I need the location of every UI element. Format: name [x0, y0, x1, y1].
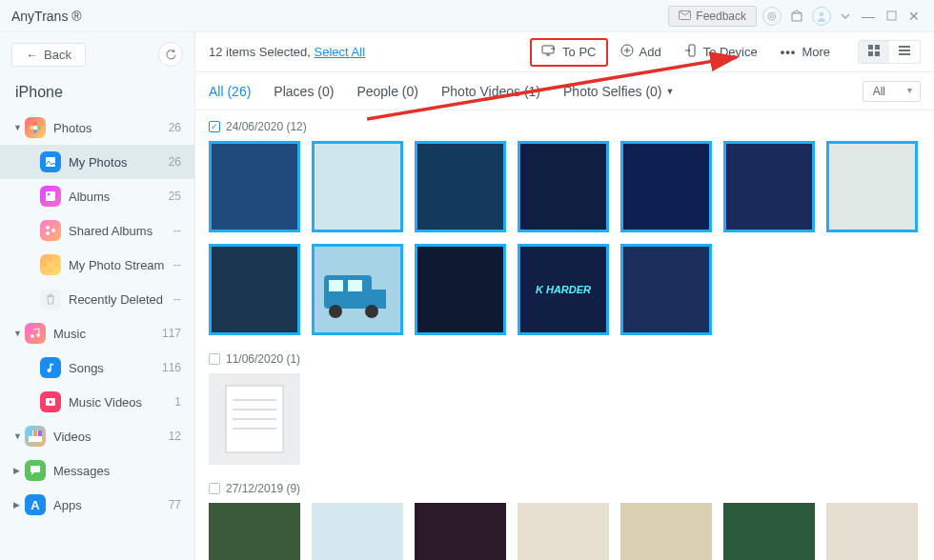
photo-thumbnail[interactable]	[620, 244, 712, 335]
svg-point-6	[33, 130, 37, 133]
sidebar-item-label: Recently Deleted	[69, 292, 163, 307]
photo-thumbnail[interactable]	[209, 503, 300, 560]
list-view-icon[interactable]	[889, 41, 920, 63]
tab-0[interactable]: All (26)	[209, 84, 251, 99]
sidebar-item-videos[interactable]: ▼Videos12	[0, 419, 194, 453]
mv-icon	[40, 391, 61, 412]
chevron-down-icon[interactable]	[837, 8, 854, 25]
caret-icon: ▼	[13, 123, 25, 132]
filter-select[interactable]: All	[863, 81, 921, 102]
tab-1[interactable]: Places (0)	[274, 84, 334, 99]
photo-thumbnail[interactable]	[415, 141, 506, 232]
checkbox[interactable]: ✓	[209, 121, 220, 132]
sidebar-item-music[interactable]: ▼Music117	[0, 316, 194, 350]
sidebar-item-label: Apps	[53, 498, 82, 512]
group-date: 24/06/2020 (12)	[226, 120, 307, 133]
view-toggle[interactable]	[858, 40, 921, 64]
flower-icon	[25, 117, 46, 138]
photo-thumbnail[interactable]	[209, 141, 300, 232]
photo-thumbnail[interactable]	[415, 503, 506, 560]
back-button[interactable]: ← Back	[11, 43, 86, 67]
photo-thumbnail[interactable]	[312, 503, 403, 560]
svg-rect-9	[46, 191, 55, 201]
sidebar-item-songs[interactable]: Songs116	[0, 350, 194, 385]
add-button[interactable]: Add	[610, 38, 672, 66]
tab-4[interactable]: Photo Selfies (0) ▼	[563, 84, 674, 99]
to-pc-icon	[541, 45, 557, 60]
maximize-button[interactable]	[883, 8, 900, 25]
svg-rect-32	[868, 51, 873, 56]
photo-thumbnail[interactable]	[723, 503, 815, 560]
photo-thumbnail[interactable]	[620, 141, 712, 232]
sidebar-item-label: Music Videos	[69, 395, 142, 410]
photo-grid-scroll[interactable]: ✓24/06/2020 (12)K HARDER11/06/2020 (1)27…	[195, 110, 934, 560]
close-button[interactable]: ✕	[905, 8, 923, 25]
to-pc-button[interactable]: To PC	[530, 38, 607, 67]
photo-thumbnail[interactable]	[826, 503, 918, 560]
sidebar-item-messages[interactable]: ▶Messages	[0, 453, 194, 488]
sidebar-item-count: 77	[169, 498, 181, 511]
thumbnail-grid	[195, 501, 934, 560]
sidebar-item-my-photo-stream[interactable]: My Photo Stream--	[0, 248, 194, 282]
sidebar-item-apps[interactable]: ▶AApps77	[0, 488, 194, 522]
sidebar-item-count: 117	[162, 327, 181, 340]
minimize-button[interactable]: —	[860, 8, 877, 25]
photo-thumbnail[interactable]	[826, 141, 918, 232]
checkbox[interactable]	[209, 483, 220, 494]
caret-icon: ▼	[13, 329, 25, 338]
more-button[interactable]: ••• More	[770, 39, 841, 65]
sidebar-item-label: Messages	[53, 464, 110, 478]
feedback-button[interactable]: Feedback	[668, 6, 757, 27]
sidebar-item-label: My Photos	[69, 155, 127, 170]
group-header[interactable]: ✓24/06/2020 (12)	[195, 110, 934, 139]
sidebar-item-count: --	[173, 292, 181, 306]
sidebar-item-recently-deleted[interactable]: Recently Deleted--	[0, 282, 194, 316]
svg-point-3	[33, 126, 38, 130]
photo-thumbnail[interactable]	[312, 244, 403, 335]
photo-thumbnail[interactable]	[518, 141, 609, 232]
sidebar-item-shared-albums[interactable]: Shared Albums--	[0, 213, 194, 248]
svg-point-7	[30, 126, 33, 130]
checkbox[interactable]	[209, 353, 220, 365]
music-icon	[25, 323, 46, 344]
photo-thumbnail[interactable]	[209, 244, 300, 335]
tab-2[interactable]: People (0)	[356, 84, 418, 99]
refresh-button[interactable]	[158, 42, 183, 67]
caret-icon: ▶	[13, 466, 25, 475]
svg-rect-8	[46, 157, 55, 167]
sidebar-item-music-videos[interactable]: Music Videos1	[0, 385, 194, 419]
sidebar-item-count: 116	[162, 361, 181, 374]
apps-icon: A	[25, 494, 46, 515]
to-device-button[interactable]: To Device	[674, 38, 768, 66]
content: 12 items Selected, Select All To PC Add …	[195, 32, 934, 560]
sidebar-item-photos[interactable]: ▼Photos26	[0, 110, 194, 145]
feedback-label: Feedback	[696, 10, 746, 23]
photo-thumbnail[interactable]	[312, 141, 403, 232]
svg-rect-30	[868, 45, 873, 50]
sidebar-item-count: 25	[169, 190, 181, 203]
photo-thumbnail[interactable]	[723, 141, 815, 232]
photo-thumbnail[interactable]	[620, 503, 712, 560]
photo-thumbnail[interactable]	[209, 373, 300, 465]
sidebar-item-count: 12	[169, 430, 181, 443]
grid-view-icon[interactable]	[859, 41, 889, 63]
sun-icon	[40, 254, 61, 275]
album-icon	[40, 186, 61, 207]
help-icon[interactable]: ◎	[762, 7, 782, 26]
svg-rect-33	[875, 51, 880, 56]
dots-icon: •••	[781, 45, 797, 59]
svg-point-1	[820, 11, 824, 16]
gift-icon[interactable]	[787, 7, 806, 26]
user-icon[interactable]	[812, 7, 831, 26]
photo-thumbnail[interactable]: K HARDER	[518, 244, 609, 335]
sidebar-item-label: Albums	[69, 190, 110, 204]
sidebar-item-albums[interactable]: Albums25	[0, 179, 194, 213]
thumbnail-grid	[195, 371, 934, 472]
group-header[interactable]: 27/12/2019 (9)	[195, 472, 934, 501]
photo-thumbnail[interactable]	[415, 244, 506, 335]
select-all-link[interactable]: Select All	[315, 45, 365, 59]
sidebar-item-my-photos[interactable]: My Photos26	[0, 145, 194, 179]
tab-3[interactable]: Photo Videos (1)	[441, 84, 540, 99]
photo-thumbnail[interactable]	[518, 503, 609, 560]
group-header[interactable]: 11/06/2020 (1)	[195, 343, 934, 371]
